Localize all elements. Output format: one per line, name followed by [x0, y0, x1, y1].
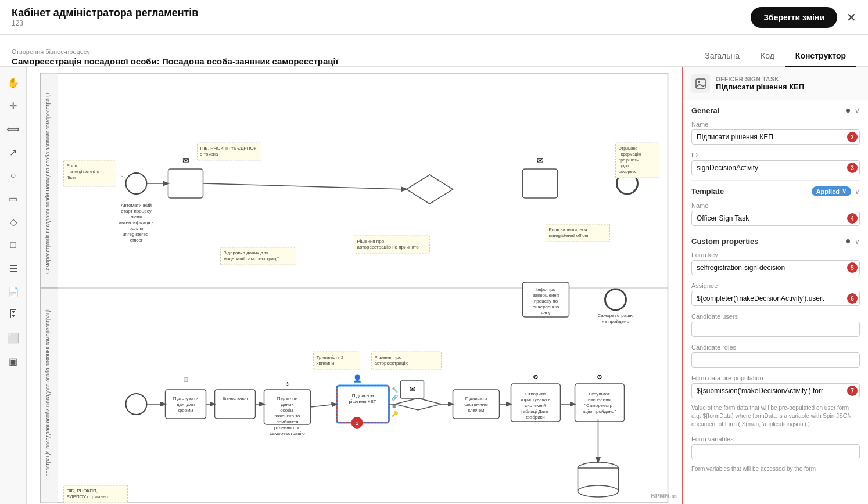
- custom-properties-label: Custom properties: [691, 237, 759, 246]
- template-section-label-area: Template: [691, 187, 724, 196]
- app-subtitle: 123: [12, 19, 198, 27]
- svg-text:ПІБ, РНОКПП,: ПІБ, РНОКПП,: [67, 488, 98, 494]
- tab-general[interactable]: Загальна: [694, 45, 750, 67]
- svg-text:автореєстрацію не прийнято: автореєстрацію не прийнято: [357, 244, 419, 250]
- svg-text:авторееcтрацію: авторееcтрацію: [375, 361, 409, 366]
- id-input[interactable]: [691, 160, 860, 175]
- svg-point-124: [698, 81, 700, 83]
- template-name-wrapper: 4: [691, 211, 860, 226]
- panel-task-type: OFFICER SIGN TASK: [716, 76, 804, 82]
- template-name-badge: 4: [847, 213, 858, 224]
- svg-line-29: [203, 183, 407, 189]
- svg-text:"Самореєстр-: "Самореєстр-: [584, 403, 614, 408]
- form-data-input[interactable]: [691, 383, 860, 398]
- svg-text:Підписати: Підписати: [465, 396, 487, 401]
- general-section-dot: [846, 109, 850, 113]
- form-key-input[interactable]: [691, 260, 860, 275]
- custom-properties-dot: [846, 239, 850, 243]
- form-variables-input[interactable]: [691, 444, 860, 459]
- svg-text:вичерпанню: вичерпанню: [533, 304, 559, 309]
- tool-connect[interactable]: ⟺: [4, 120, 23, 138]
- form-data-label: Form data pre-population: [691, 375, 860, 381]
- tool-panel[interactable]: ⬜: [4, 329, 23, 347]
- svg-text:Рішення про: Рішення про: [357, 239, 385, 244]
- svg-text:Відправка даних для: Відправка даних для: [224, 250, 269, 255]
- candidate-roles-field-group: Candidate roles: [683, 341, 868, 372]
- svg-text:часу: часу: [541, 310, 551, 315]
- assignee-badge: 6: [847, 293, 858, 304]
- svg-text:Роль залишилася: Роль залишилася: [549, 227, 587, 232]
- svg-text:автентифікації з: автентифікації з: [119, 220, 153, 225]
- svg-rect-77: [337, 386, 389, 423]
- svg-text:старт процесу: старт процесу: [121, 208, 151, 214]
- candidate-roles-input[interactable]: [691, 352, 860, 368]
- custom-properties-section-header[interactable]: Custom properties ∨: [683, 231, 868, 249]
- svg-text:форми: форми: [178, 408, 193, 413]
- save-button[interactable]: Зберегти зміни: [751, 7, 837, 28]
- svg-line-18: [116, 174, 126, 178]
- id-field-group: ID 3: [683, 149, 868, 180]
- svg-text:процесу по: процесу по: [534, 298, 558, 304]
- svg-text:👤: 👤: [353, 373, 363, 383]
- svg-text:ЄДРПОУ отримано: ЄДРПОУ отримано: [67, 494, 109, 499]
- svg-text:модерації самореєстрації: модерації самореєстрації: [224, 256, 279, 261]
- svg-text:Автоматичний: Автоматичний: [121, 203, 152, 208]
- tab-constructor[interactable]: Конструктор: [785, 45, 856, 67]
- tool-db[interactable]: 🗄: [4, 305, 23, 324]
- tool-square[interactable]: □: [4, 236, 23, 254]
- assignee-input[interactable]: [691, 291, 860, 306]
- breadcrumb: Створення бізнес-процесу Самореєстрація …: [12, 48, 338, 66]
- applied-badge[interactable]: Applied ∨: [812, 186, 851, 196]
- app-header: Кабінет адміністратора регламентів 123 З…: [0, 0, 868, 35]
- tool-doc[interactable]: 📄: [4, 282, 23, 301]
- breadcrumb-label: Створення бізнес-процесу: [12, 48, 338, 55]
- svg-point-6: [126, 173, 147, 194]
- right-panel: OFFICER SIGN TASK Підписати рішення КЕП …: [682, 67, 868, 504]
- svg-text:officer: officer: [130, 237, 143, 243]
- bpmn-canvas[interactable]: Самореєстрація посадової особи Посадова …: [27, 67, 682, 504]
- name-field-label: Name: [691, 121, 860, 128]
- tool-move[interactable]: ✛: [4, 96, 23, 115]
- template-section-header[interactable]: Template Applied ∨ ∨: [683, 181, 868, 200]
- form-data-field-group: Form data pre-population 7: [683, 372, 868, 403]
- svg-text:з токена: з токена: [200, 152, 218, 157]
- svg-text:виконання: виконання: [588, 397, 611, 402]
- candidate-users-field-group: Candidate users: [683, 311, 868, 341]
- tab-code[interactable]: Код: [750, 45, 785, 67]
- svg-text:самореєстрацію: самореєстрацію: [270, 431, 304, 436]
- tool-select[interactable]: ▣: [4, 352, 23, 370]
- svg-text:Самореєстрацію: Самореєстрацію: [597, 313, 633, 318]
- close-button[interactable]: ✕: [847, 10, 856, 24]
- svg-text:щодо: щодо: [619, 164, 629, 168]
- svg-text:системній: системній: [525, 403, 546, 408]
- tool-rect[interactable]: ▭: [4, 189, 23, 208]
- svg-text:Тривалість 2: Тривалість 2: [317, 355, 344, 360]
- assignee-wrapper: 6: [691, 291, 860, 306]
- name-input[interactable]: [691, 129, 860, 145]
- form-data-badge: 7: [847, 386, 858, 396]
- custom-properties-chevron-icon: ∨: [855, 237, 860, 246]
- template-name-input[interactable]: [691, 211, 860, 226]
- id-input-wrapper: 3: [691, 160, 860, 175]
- svg-text:Самореєстрація посадової особи: Самореєстрація посадової особи Посадова …: [45, 93, 51, 274]
- svg-text:📋: 📋: [183, 376, 189, 382]
- page-navigation: Створення бізнес-процесу Самореєстрація …: [0, 35, 868, 67]
- svg-text:Підписати: Підписати: [352, 393, 374, 398]
- panel-header: OFFICER SIGN TASK Підписати рішення КЕП: [683, 67, 868, 100]
- tool-hand[interactable]: ✋: [4, 73, 23, 92]
- svg-text:Інфо про: Інфо про: [536, 287, 556, 292]
- candidate-roles-label: Candidate roles: [691, 344, 860, 351]
- candidate-users-input[interactable]: [691, 322, 860, 337]
- main-area: ✋ ✛ ⟺ ↗ ○ ▭ ◇ □ ☰ 📄 🗄 ⬜ ▣ Самореєстрація…: [0, 67, 868, 504]
- tool-circle[interactable]: ○: [4, 166, 23, 185]
- tool-list[interactable]: ☰: [4, 259, 23, 278]
- general-section-header[interactable]: General ∨: [683, 100, 868, 118]
- custom-properties-label-area: Custom properties: [691, 237, 759, 246]
- bpmn-io-brand: BPMN.io: [651, 492, 677, 499]
- tool-arrow[interactable]: ↗: [4, 143, 23, 161]
- tool-diamond[interactable]: ◇: [4, 213, 23, 231]
- svg-text:ПІБ, РНОКПП та ЄДРПОУ: ПІБ, РНОКПП та ЄДРПОУ: [200, 146, 257, 151]
- form-variables-label: Form variables: [691, 435, 860, 442]
- svg-text:рішення КЕП: рішення КЕП: [349, 399, 376, 404]
- svg-text:✉: ✉: [537, 156, 544, 165]
